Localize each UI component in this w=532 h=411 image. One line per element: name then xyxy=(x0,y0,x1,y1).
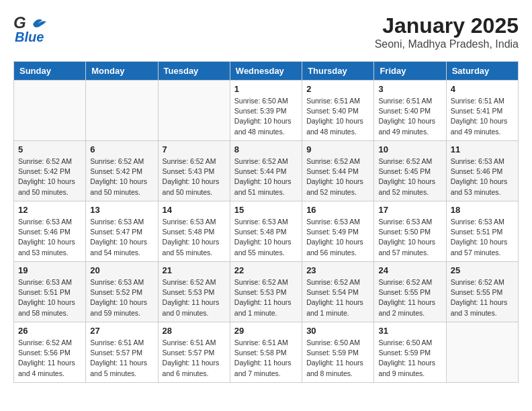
day-info: Sunrise: 6:53 AMSunset: 5:48 PMDaylight:… xyxy=(234,217,298,258)
calendar-cell: 4Sunrise: 6:51 AMSunset: 5:41 PMDaylight… xyxy=(446,81,518,141)
calendar-cell: 30Sunrise: 6:50 AMSunset: 5:59 PMDayligh… xyxy=(302,322,374,383)
day-number: 21 xyxy=(163,265,226,275)
calendar-week-row: 5Sunrise: 6:52 AMSunset: 5:42 PMDaylight… xyxy=(14,141,519,201)
day-number: 19 xyxy=(18,265,81,275)
calendar-cell: 15Sunrise: 6:53 AMSunset: 5:48 PMDayligh… xyxy=(230,201,302,262)
calendar-week-row: 26Sunrise: 6:52 AMSunset: 5:56 PMDayligh… xyxy=(14,322,519,383)
calendar-week-row: 1Sunrise: 6:50 AMSunset: 5:39 PMDaylight… xyxy=(14,81,519,141)
day-number: 24 xyxy=(378,265,441,275)
day-info: Sunrise: 6:53 AMSunset: 5:51 PMDaylight:… xyxy=(18,277,81,318)
column-header-tuesday: Tuesday xyxy=(158,62,230,81)
calendar-week-row: 12Sunrise: 6:53 AMSunset: 5:46 PMDayligh… xyxy=(14,201,519,262)
calendar-cell: 25Sunrise: 6:52 AMSunset: 5:55 PMDayligh… xyxy=(446,262,518,322)
calendar-title: January 2025 xyxy=(375,13,519,38)
calendar-cell: 16Sunrise: 6:53 AMSunset: 5:49 PMDayligh… xyxy=(302,201,374,262)
day-number: 1 xyxy=(234,84,298,94)
day-info: Sunrise: 6:51 AMSunset: 5:58 PMDaylight:… xyxy=(234,338,298,379)
day-info: Sunrise: 6:52 AMSunset: 5:53 PMDaylight:… xyxy=(234,277,298,318)
calendar-cell: 8Sunrise: 6:52 AMSunset: 5:44 PMDaylight… xyxy=(230,141,302,201)
day-info: Sunrise: 6:51 AMSunset: 5:40 PMDaylight:… xyxy=(306,96,369,137)
day-number: 7 xyxy=(163,144,226,154)
calendar-week-row: 19Sunrise: 6:53 AMSunset: 5:51 PMDayligh… xyxy=(14,262,519,322)
calendar-cell: 29Sunrise: 6:51 AMSunset: 5:58 PMDayligh… xyxy=(230,322,302,383)
day-number: 6 xyxy=(90,144,153,154)
calendar-cell: 18Sunrise: 6:53 AMSunset: 5:51 PMDayligh… xyxy=(446,201,518,262)
day-number: 15 xyxy=(234,205,298,215)
day-info: Sunrise: 6:53 AMSunset: 5:49 PMDaylight:… xyxy=(306,217,369,258)
calendar-cell: 10Sunrise: 6:52 AMSunset: 5:45 PMDayligh… xyxy=(374,141,446,201)
day-info: Sunrise: 6:50 AMSunset: 5:59 PMDaylight:… xyxy=(306,338,369,379)
day-number: 29 xyxy=(234,326,298,336)
calendar-cell: 7Sunrise: 6:52 AMSunset: 5:43 PMDaylight… xyxy=(158,141,230,201)
day-info: Sunrise: 6:52 AMSunset: 5:56 PMDaylight:… xyxy=(18,338,81,379)
day-info: Sunrise: 6:50 AMSunset: 5:59 PMDaylight:… xyxy=(378,338,441,379)
day-number: 30 xyxy=(306,326,369,336)
calendar-cell: 12Sunrise: 6:53 AMSunset: 5:46 PMDayligh… xyxy=(14,201,86,262)
title-block: January 2025 Seoni, Madhya Pradesh, Indi… xyxy=(375,13,519,50)
day-number: 9 xyxy=(306,144,369,154)
logo-bird-icon xyxy=(28,15,48,31)
calendar-cell: 19Sunrise: 6:53 AMSunset: 5:51 PMDayligh… xyxy=(14,262,86,322)
day-number: 17 xyxy=(378,205,441,215)
day-number: 12 xyxy=(18,205,81,215)
calendar-cell: 14Sunrise: 6:53 AMSunset: 5:48 PMDayligh… xyxy=(158,201,230,262)
day-number: 10 xyxy=(378,144,441,154)
calendar-header-row: SundayMondayTuesdayWednesdayThursdayFrid… xyxy=(14,62,519,81)
day-info: Sunrise: 6:53 AMSunset: 5:47 PMDaylight:… xyxy=(90,217,153,258)
day-number: 26 xyxy=(18,326,81,336)
day-info: Sunrise: 6:53 AMSunset: 5:48 PMDaylight:… xyxy=(163,217,226,258)
day-number: 20 xyxy=(90,265,153,275)
day-info: Sunrise: 6:53 AMSunset: 5:46 PMDaylight:… xyxy=(451,156,514,197)
day-info: Sunrise: 6:53 AMSunset: 5:46 PMDaylight:… xyxy=(18,217,81,258)
day-info: Sunrise: 6:53 AMSunset: 5:50 PMDaylight:… xyxy=(378,217,441,258)
calendar-cell: 1Sunrise: 6:50 AMSunset: 5:39 PMDaylight… xyxy=(230,81,302,141)
calendar-cell: 5Sunrise: 6:52 AMSunset: 5:42 PMDaylight… xyxy=(14,141,86,201)
calendar-cell: 20Sunrise: 6:53 AMSunset: 5:52 PMDayligh… xyxy=(86,262,158,322)
day-number: 25 xyxy=(451,265,514,275)
calendar-cell: 2Sunrise: 6:51 AMSunset: 5:40 PMDaylight… xyxy=(302,81,374,141)
column-header-thursday: Thursday xyxy=(302,62,374,81)
day-number: 27 xyxy=(90,326,153,336)
day-info: Sunrise: 6:52 AMSunset: 5:42 PMDaylight:… xyxy=(18,156,81,197)
calendar-cell: 31Sunrise: 6:50 AMSunset: 5:59 PMDayligh… xyxy=(374,322,446,383)
day-number: 11 xyxy=(451,144,514,154)
day-info: Sunrise: 6:52 AMSunset: 5:44 PMDaylight:… xyxy=(234,156,298,197)
day-info: Sunrise: 6:51 AMSunset: 5:40 PMDaylight:… xyxy=(378,96,441,137)
calendar-cell: 17Sunrise: 6:53 AMSunset: 5:50 PMDayligh… xyxy=(374,201,446,262)
calendar-table: SundayMondayTuesdayWednesdayThursdayFrid… xyxy=(13,61,519,383)
calendar-cell: 13Sunrise: 6:53 AMSunset: 5:47 PMDayligh… xyxy=(86,201,158,262)
column-header-monday: Monday xyxy=(86,62,158,81)
column-header-wednesday: Wednesday xyxy=(230,62,302,81)
calendar-cell xyxy=(158,81,230,141)
day-info: Sunrise: 6:53 AMSunset: 5:52 PMDaylight:… xyxy=(90,277,153,318)
day-number: 13 xyxy=(90,205,153,215)
column-header-friday: Friday xyxy=(374,62,446,81)
day-info: Sunrise: 6:50 AMSunset: 5:39 PMDaylight:… xyxy=(234,96,298,137)
day-info: Sunrise: 6:52 AMSunset: 5:44 PMDaylight:… xyxy=(306,156,369,197)
day-info: Sunrise: 6:53 AMSunset: 5:51 PMDaylight:… xyxy=(451,217,514,258)
day-number: 14 xyxy=(163,205,226,215)
day-number: 28 xyxy=(163,326,226,336)
column-header-saturday: Saturday xyxy=(446,62,518,81)
day-number: 31 xyxy=(378,326,441,336)
day-number: 8 xyxy=(234,144,298,154)
calendar-cell: 24Sunrise: 6:52 AMSunset: 5:55 PMDayligh… xyxy=(374,262,446,322)
day-info: Sunrise: 6:52 AMSunset: 5:45 PMDaylight:… xyxy=(378,156,441,197)
calendar-cell xyxy=(14,81,86,141)
logo-blue-text: Blue xyxy=(15,30,44,45)
day-info: Sunrise: 6:52 AMSunset: 5:55 PMDaylight:… xyxy=(378,277,441,318)
calendar-cell xyxy=(86,81,158,141)
day-number: 23 xyxy=(306,265,369,275)
logo: G Blue xyxy=(13,13,48,45)
day-info: Sunrise: 6:51 AMSunset: 5:57 PMDaylight:… xyxy=(90,338,153,379)
calendar-cell: 23Sunrise: 6:52 AMSunset: 5:54 PMDayligh… xyxy=(302,262,374,322)
calendar-cell: 28Sunrise: 6:51 AMSunset: 5:57 PMDayligh… xyxy=(158,322,230,383)
day-info: Sunrise: 6:52 AMSunset: 5:54 PMDaylight:… xyxy=(306,277,369,318)
calendar-cell: 27Sunrise: 6:51 AMSunset: 5:57 PMDayligh… xyxy=(86,322,158,383)
day-info: Sunrise: 6:52 AMSunset: 5:53 PMDaylight:… xyxy=(163,277,226,318)
day-info: Sunrise: 6:52 AMSunset: 5:55 PMDaylight:… xyxy=(451,277,514,318)
column-header-sunday: Sunday xyxy=(14,62,86,81)
day-info: Sunrise: 6:51 AMSunset: 5:57 PMDaylight:… xyxy=(163,338,226,379)
day-number: 2 xyxy=(306,84,369,94)
day-info: Sunrise: 6:52 AMSunset: 5:42 PMDaylight:… xyxy=(90,156,153,197)
